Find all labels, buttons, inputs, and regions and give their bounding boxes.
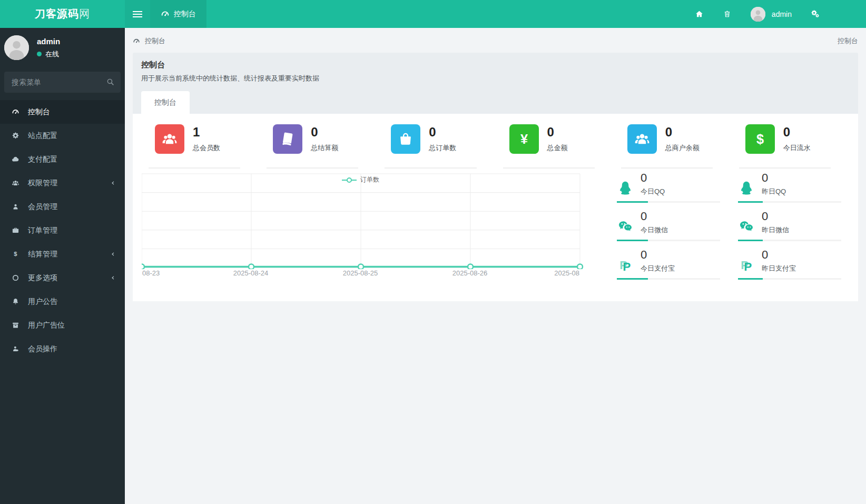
sidebar-item-ad-slot[interactable]: 用户广告位: [0, 313, 125, 337]
panel-title: 控制台: [141, 60, 850, 70]
stat-label: 今日流水: [783, 143, 811, 153]
header-user-menu[interactable]: admin: [751, 7, 792, 22]
header-right-group: admin: [695, 0, 866, 28]
mini-stat-bar: [738, 278, 841, 280]
sidebar-item-settlement[interactable]: $结算管理: [0, 242, 125, 266]
sidebar-item-more[interactable]: 更多选项: [0, 266, 125, 290]
stat-card: 0总商户余额: [614, 124, 732, 169]
mini-stat-value: 0: [641, 249, 675, 261]
stat-label: 总金额: [547, 143, 568, 153]
users-icon: [12, 179, 23, 187]
stats-row: 1总会员数0总结算额0总订单数¥0总金额0总商户余额$0今日流水: [141, 124, 850, 169]
mini-stat: 0昨日微信: [738, 211, 841, 241]
breadcrumb-right[interactable]: 控制台: [838, 36, 858, 46]
book-icon: [273, 124, 302, 154]
stat-card: 0总结算额: [259, 124, 377, 169]
mini-stat: PP0今日支付宝: [617, 249, 720, 280]
sidebar-item-member-ops[interactable]: 会员操作: [0, 337, 125, 361]
stat-card: 0总订单数: [377, 124, 495, 169]
wechat-icon: [617, 218, 634, 235]
tab-dashboard[interactable]: 控制台: [141, 91, 190, 114]
home-icon[interactable]: [695, 9, 704, 18]
sidebar-item-label: 用户公告: [28, 297, 57, 307]
dashboard-panel: 控制台 用于展示当前系统中的统计数据、统计报表及重要实时数据 控制台 1总会员数…: [133, 53, 858, 301]
bell-icon: [12, 298, 23, 305]
hamburger-icon: [133, 14, 142, 15]
users-icon: [155, 124, 184, 154]
sidebar-item-payment-config[interactable]: 支付配置: [0, 147, 125, 171]
users-icon: [627, 124, 657, 154]
mini-stat-bar: [617, 240, 720, 241]
dashboard-icon: [12, 108, 23, 116]
sidebar-item-label: 用户广告位: [28, 321, 65, 330]
sidebar-item-notice[interactable]: 用户公告: [0, 290, 125, 313]
admin-dashboard: 刀客源码网 控制台 admin admin 在线: [0, 0, 866, 504]
stat-value: 0: [783, 125, 811, 139]
sidebar: admin 在线 控制台站点配置支付配置权限管理会员管理订单管理$结算管理更多选…: [0, 28, 125, 504]
svg-text:P: P: [623, 260, 631, 273]
sidebar-search: [4, 72, 121, 93]
mini-stat-label: 今日微信: [641, 225, 668, 235]
sidebar-user-panel: admin 在线: [0, 28, 125, 66]
mini-stats-today: 0今日QQ0今日微信PP0今日支付宝: [617, 172, 720, 288]
sidebar-item-label: 会员操作: [28, 344, 57, 354]
avatar: [4, 35, 29, 60]
qq-icon: [738, 180, 755, 196]
panel-body: 1总会员数0总结算额0总订单数¥0总金额0总商户余额$0今日流水 订单数08-2…: [133, 114, 858, 301]
sidebar-user-name: admin: [37, 37, 60, 46]
sidebar-item-order[interactable]: 订单管理: [0, 219, 125, 242]
stat-divider: [621, 167, 713, 169]
mini-stat-label: 今日QQ: [641, 187, 665, 196]
dollar-icon: $: [12, 250, 23, 258]
sidebar-item-label: 站点配置: [28, 131, 57, 141]
stat-value: 0: [429, 125, 456, 139]
stat-card: 1总会员数: [141, 124, 259, 169]
paypal-icon: PP: [738, 256, 755, 273]
avatar: [751, 7, 765, 22]
yuan-icon: ¥: [509, 124, 539, 154]
chart-legend[interactable]: 订单数: [141, 175, 580, 184]
mini-stat-label: 昨日微信: [762, 225, 789, 235]
cogs-icon[interactable]: [811, 9, 820, 18]
wechat-icon: [738, 218, 755, 235]
sidebar-item-label: 结算管理: [28, 250, 57, 259]
mini-stat: 0今日QQ: [617, 172, 720, 203]
mini-stats-yesterday: 0昨日QQ0昨日微信PP0昨日支付宝: [738, 172, 841, 288]
stat-divider: [739, 167, 831, 169]
mini-stat: PP0昨日支付宝: [738, 249, 841, 280]
stat-value: 1: [193, 125, 220, 139]
sidebar-item-permission[interactable]: 权限管理: [0, 171, 125, 195]
header-nav-tab-dashboard[interactable]: 控制台: [150, 0, 206, 28]
header-user-name: admin: [772, 10, 792, 18]
search-icon[interactable]: [106, 77, 115, 86]
search-input[interactable]: [4, 72, 121, 93]
mini-stat: 0昨日QQ: [738, 172, 841, 203]
trash-icon[interactable]: [723, 9, 732, 18]
x-axis-tick: 2025-08-24: [233, 269, 269, 277]
mini-stat-value: 0: [762, 249, 796, 261]
svg-text:P: P: [744, 260, 752, 273]
brand-bold: 刀客源码: [35, 7, 79, 21]
angle-left-icon: [110, 251, 116, 258]
brand-logo[interactable]: 刀客源码网: [0, 0, 125, 28]
online-status-dot: [37, 52, 42, 56]
sidebar-item-site-config[interactable]: 站点配置: [0, 124, 125, 147]
stat-label: 总会员数: [193, 143, 220, 153]
sidebar-item-label: 支付配置: [28, 155, 57, 164]
sidebar-toggle-button[interactable]: [125, 0, 150, 28]
x-axis-tick: 2025-08: [554, 269, 579, 277]
sidebar-item-label: 控制台: [28, 107, 50, 117]
panel-description: 用于展示当前系统中的统计数据、统计报表及重要实时数据: [141, 74, 850, 83]
stat-divider: [267, 167, 358, 169]
shopping-bag-icon: [391, 124, 420, 154]
sidebar-item-member[interactable]: 会员管理: [0, 195, 125, 219]
breadcrumb: 控制台 控制台: [125, 28, 866, 53]
mini-stat-bar: [738, 240, 841, 241]
stat-label: 总订单数: [429, 143, 456, 153]
sidebar-item-dashboard[interactable]: 控制台: [0, 100, 125, 124]
angle-left-icon: [110, 180, 116, 186]
chart-legend-label: 订单数: [360, 175, 379, 184]
cloud-icon: [12, 155, 23, 163]
dollar-sign-icon: $: [745, 124, 775, 154]
mini-stat-value: 0: [641, 172, 665, 184]
